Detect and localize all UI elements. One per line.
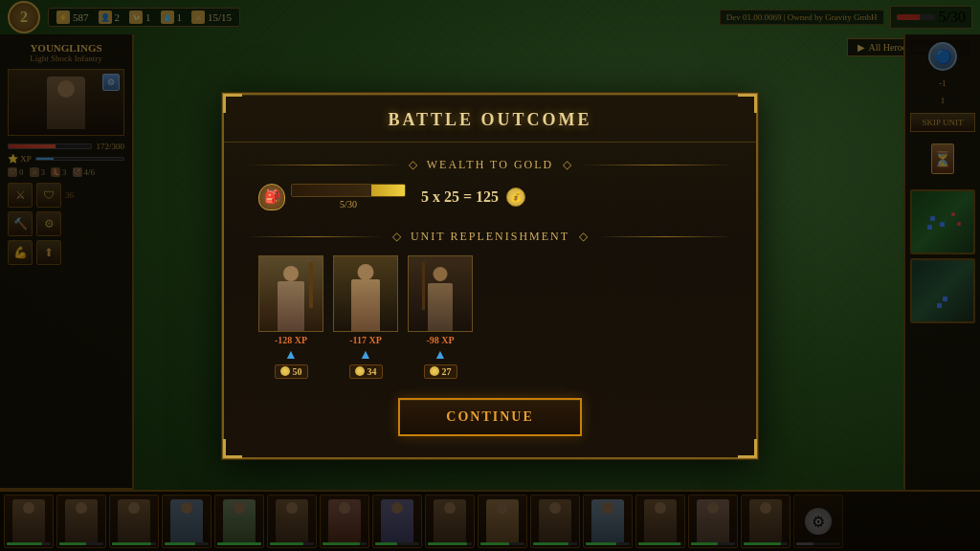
replenishment-section: ◇ UNIT REPLENISHMENT ◇ <box>247 230 733 379</box>
cost-text-1: 50 <box>293 366 302 377</box>
rep-divider-right <box>597 236 733 237</box>
wealth-section: ◇ WEALTH TO GOLD ◇ 🎒 <box>247 158 733 210</box>
wealth-progress: 5/30 <box>291 184 406 209</box>
cost-gold-icon-1 <box>280 366 290 376</box>
bag-icon: 🎒 <box>258 184 285 210</box>
corner-bl <box>223 439 242 458</box>
warrior-figure <box>340 262 391 331</box>
wealth-bar-container: 🎒 5/30 <box>258 184 406 210</box>
gold-coin-icon: 💰 <box>506 187 525 207</box>
formula-text: 5 x 25 = 125 <box>421 188 499 206</box>
archer-figure <box>265 262 317 331</box>
unit-portrait-1 <box>258 255 323 332</box>
cost-badge-1: 50 <box>275 364 308 379</box>
progress-gold-fill <box>371 185 405 196</box>
continue-section: CONTINUE <box>247 394 733 438</box>
level-arrows-2: ▲ <box>359 348 372 362</box>
progress-track <box>291 184 406 197</box>
divider-line-left <box>247 165 399 165</box>
level-arrows-1: ▲ <box>284 348 298 362</box>
units-row: -128 XP ▲ 50 <box>247 255 733 379</box>
progress-fill-container <box>292 185 405 196</box>
spearman-figure <box>414 262 466 331</box>
cost-text-3: 27 <box>442 366 452 377</box>
level-arrows-3: ▲ <box>434 348 447 362</box>
cost-text-2: 34 <box>368 366 377 377</box>
arrow-up-1: ▲ <box>284 348 298 362</box>
wealth-icon-bar: 🎒 5/30 <box>258 184 406 210</box>
arrow-up-3: ▲ <box>434 348 447 362</box>
progress-dark-fill <box>292 185 371 196</box>
modal-header: BATTLE OUTCOME <box>224 95 756 143</box>
bag-value-label: 5/30 <box>291 199 406 209</box>
diamond-icon-right: ◇ <box>563 158 571 172</box>
cost-badge-2: 34 <box>349 364 383 379</box>
diamond-icon-left: ◇ <box>409 158 417 172</box>
wealth-formula: 5 x 25 = 125 💰 <box>421 187 525 207</box>
cost-badge-3: 27 <box>424 364 457 379</box>
modal-title: BATTLE OUTCOME <box>388 110 591 129</box>
unit-xp-3: -98 XP <box>426 335 454 345</box>
rep-diamond-right: ◇ <box>579 230 588 244</box>
rep-divider-left <box>247 236 383 237</box>
modal-body: ◇ WEALTH TO GOLD ◇ 🎒 <box>224 143 756 457</box>
unit-portrait-2 <box>333 255 398 332</box>
unit-xp-2: -117 XP <box>349 335 382 345</box>
unit-portrait-3 <box>408 255 473 332</box>
corner-br <box>738 439 757 458</box>
cost-gold-icon-3 <box>430 366 439 376</box>
modal-overlay: BATTLE OUTCOME ◇ WEALTH TO GOLD ◇ 🎒 <box>0 0 980 551</box>
unit-card-2: -117 XP ▲ 34 <box>333 255 398 379</box>
continue-button[interactable]: CONTINUE <box>398 398 581 436</box>
battle-outcome-modal: BATTLE OUTCOME ◇ WEALTH TO GOLD ◇ 🎒 <box>222 93 758 459</box>
rep-diamond-left: ◇ <box>392 230 401 244</box>
unit-xp-1: -128 XP <box>275 335 307 345</box>
unit-card-1: -128 XP ▲ 50 <box>258 255 323 379</box>
replenishment-divider: ◇ UNIT REPLENISHMENT ◇ <box>247 230 733 244</box>
wealth-divider: ◇ WEALTH TO GOLD ◇ <box>247 158 733 172</box>
divider-line-right <box>581 165 733 165</box>
cost-gold-icon-2 <box>355 366 365 376</box>
replenishment-title: UNIT REPLENISHMENT <box>411 230 569 244</box>
wealth-content: 🎒 5/30 <box>247 184 733 210</box>
arrow-up-2: ▲ <box>359 348 372 362</box>
unit-card-3: -98 XP ▲ 27 <box>408 255 473 379</box>
wealth-section-title: WEALTH TO GOLD <box>427 158 553 172</box>
